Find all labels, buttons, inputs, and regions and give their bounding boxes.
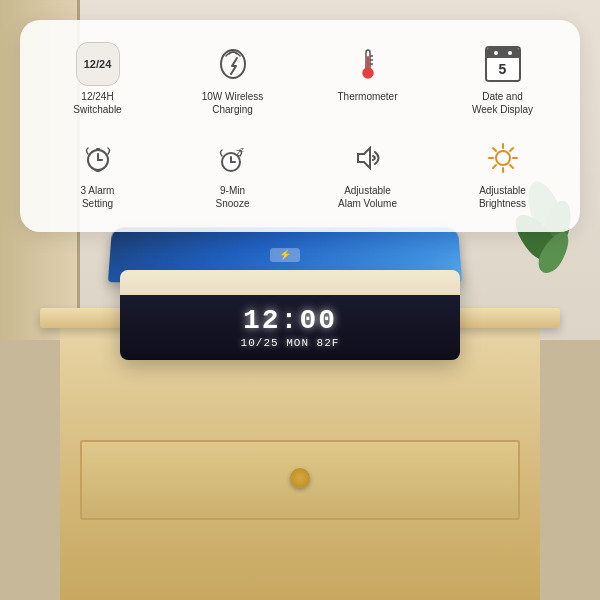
- clock-time: 12:00: [243, 307, 337, 335]
- feature-snooze: z z 9-MinSnooze: [167, 130, 298, 216]
- charge-indicator: ⚡: [270, 248, 300, 262]
- clock-display: 12:00 10/25 MON 82F: [120, 295, 460, 360]
- features-panel: 12/24 12/24HSwitchable 10W WirelessCharg…: [20, 20, 580, 232]
- volume-label: AdjustableAlam Volume: [338, 184, 397, 210]
- wireless-charging-label: 10W WirelessCharging: [202, 90, 264, 116]
- clock-device: 12:00 10/25 MON 82F: [120, 270, 460, 360]
- brightness-icon: [481, 136, 525, 180]
- date-display-label: Date andWeek Display: [472, 90, 533, 116]
- nightstand: [60, 320, 540, 600]
- feature-time-format: 12/24 12/24HSwitchable: [32, 36, 163, 122]
- alarm-label: 3 AlarmSetting: [81, 184, 115, 210]
- date-display-icon: 5: [481, 42, 525, 86]
- svg-marker-16: [358, 148, 370, 168]
- feature-volume: AdjustableAlam Volume: [302, 130, 433, 216]
- wireless-charging-icon: [211, 42, 255, 86]
- features-grid: 12/24 12/24HSwitchable 10W WirelessCharg…: [32, 36, 568, 216]
- snooze-icon: z z: [211, 136, 255, 180]
- svg-point-17: [496, 151, 510, 165]
- time-format-label: 12/24HSwitchable: [73, 90, 121, 116]
- feature-date-display: 5 Date andWeek Display: [437, 36, 568, 122]
- time-format-icon: 12/24: [76, 42, 120, 86]
- feature-brightness: AdjustableBrightness: [437, 130, 568, 216]
- feature-alarm: 3 AlarmSetting: [32, 130, 163, 216]
- thermometer-icon: [346, 42, 390, 86]
- svg-rect-10: [96, 148, 100, 150]
- volume-icon: [346, 136, 390, 180]
- nightstand-drawer: [80, 440, 520, 520]
- svg-line-25: [493, 165, 496, 168]
- snooze-label: 9-MinSnooze: [216, 184, 250, 210]
- svg-line-22: [493, 148, 496, 151]
- drawer-handle: [290, 468, 310, 488]
- svg-rect-3: [367, 56, 369, 70]
- feature-wireless-charging: 10W WirelessCharging: [167, 36, 298, 122]
- svg-line-23: [510, 165, 513, 168]
- thermometer-label: Thermometer: [337, 90, 397, 103]
- svg-line-24: [510, 148, 513, 151]
- alarm-icon: [76, 136, 120, 180]
- brightness-label: AdjustableBrightness: [479, 184, 526, 210]
- feature-thermometer: Thermometer: [302, 36, 433, 122]
- clock-date: 10/25 MON 82F: [241, 337, 340, 349]
